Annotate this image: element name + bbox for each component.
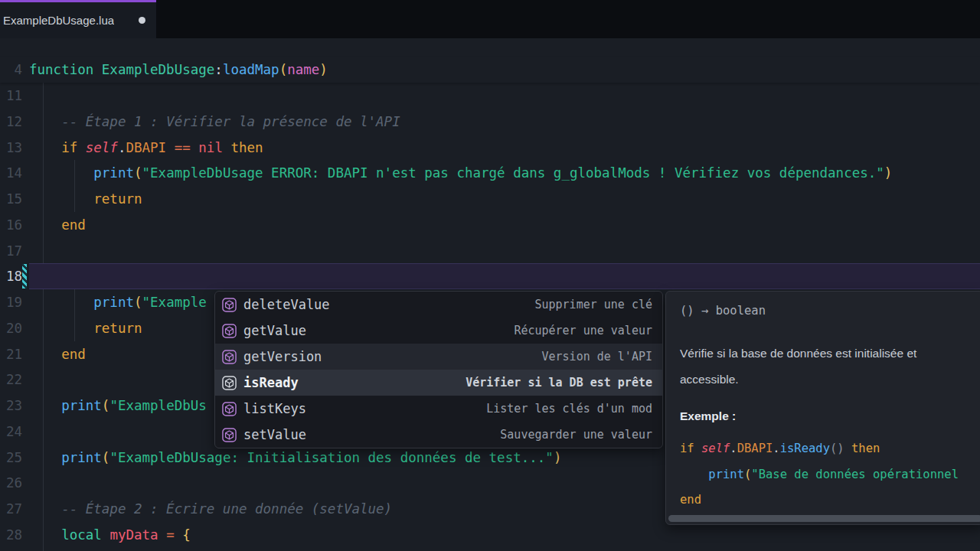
code-text: local myData = { xyxy=(29,522,191,548)
tab-exampledbusage[interactable]: ExampleDbUsage.lua xyxy=(0,0,156,38)
line-number: 19 xyxy=(0,295,29,310)
code-text: if self.DBAPI == nil then xyxy=(29,135,263,161)
suggestion-detail: Récupérer une valeur xyxy=(514,324,652,337)
git-modified-gutter-indicator xyxy=(22,264,27,289)
line-number: 23 xyxy=(0,398,29,413)
suggestion-detail: Lister les clés d'un mod xyxy=(486,402,652,416)
suggestion-item-getValue[interactable]: getValueRécupérer une valeur xyxy=(215,318,662,344)
method-cube-icon xyxy=(222,298,237,312)
suggestion-item-isReady[interactable]: isReadyVérifier si la DB est prête xyxy=(215,370,662,396)
tab-title: ExampleDbUsage.lua xyxy=(3,14,114,27)
line-number: 24 xyxy=(0,424,29,439)
docs-description-line: accessible. xyxy=(680,367,980,393)
line-number: 12 xyxy=(0,114,29,129)
suggestion-label: isReady xyxy=(243,375,299,390)
method-cube-icon xyxy=(222,402,237,416)
code-line-16[interactable]: 16 end xyxy=(0,212,980,238)
line-number: 11 xyxy=(0,88,29,103)
sticky-scroll-line[interactable]: 4 function ExampleDbUsage:loadMap(name) xyxy=(0,57,980,83)
line-number: 22 xyxy=(0,372,29,387)
code-text: return xyxy=(29,186,142,212)
line-number: 20 xyxy=(0,321,29,336)
line-number: 16 xyxy=(0,217,29,233)
code-line-11[interactable]: 11 xyxy=(0,83,980,109)
line-number: 13 xyxy=(0,140,29,155)
line-number: 25 xyxy=(0,450,29,465)
code-text: function ExampleDbUsage:loadMap(name) xyxy=(29,57,328,83)
code-line-15[interactable]: 15 return xyxy=(0,186,980,212)
suggestion-label: deleteValue xyxy=(243,297,330,312)
code-text: end xyxy=(29,212,86,238)
docs-example-label: Exemple : xyxy=(680,407,980,425)
code-text: print("Example xyxy=(29,289,207,315)
docs-example-code: if self.DBAPI.isReady() then print("Base… xyxy=(680,436,980,514)
docs-code-line: print("Base de données opérationnel xyxy=(680,462,980,488)
method-cube-icon xyxy=(222,324,237,338)
suggestion-label: setValue xyxy=(243,427,306,442)
line-number: 27 xyxy=(0,501,29,517)
docs-code-line: if self.DBAPI.isReady() then xyxy=(680,436,980,462)
line-number: 21 xyxy=(0,347,29,362)
code-line-13[interactable]: 13 if self.DBAPI == nil then xyxy=(0,135,980,161)
current-line-highlight xyxy=(29,263,980,289)
method-cube-icon xyxy=(222,350,237,364)
code-text: print("ExampleDbUsage ERROR: DBAPI n'est… xyxy=(29,160,892,186)
code-text: -- Étape 2 : Écrire une donnée (setValue… xyxy=(29,496,392,522)
suggestion-item-deleteValue[interactable]: deleteValueSupprimer une clé xyxy=(215,292,662,318)
modified-dot-icon[interactable] xyxy=(139,17,145,24)
line-number: 28 xyxy=(0,527,29,543)
method-cube-icon xyxy=(222,428,237,442)
line-number: 17 xyxy=(0,243,29,259)
signature-text: () → boolean xyxy=(680,302,980,320)
code-text: -- Étape 1 : Vérifier la présence de l'A… xyxy=(29,109,400,135)
line-number: 15 xyxy=(0,191,29,207)
method-cube-icon xyxy=(222,376,237,390)
code-line-17[interactable]: 17 xyxy=(0,238,980,264)
suggestion-detail: Sauvegarder une valeur xyxy=(500,428,652,442)
suggestion-item-setValue[interactable]: setValueSauvegarder une valeur xyxy=(215,422,662,448)
autocomplete-dropdown: deleteValueSupprimer une clégetValueRécu… xyxy=(214,291,663,448)
tab-bar: ExampleDbUsage.lua xyxy=(0,0,980,38)
code-line-12[interactable]: 12 -- Étape 1 : Vérifier la présence de … xyxy=(0,109,980,135)
code-text: end xyxy=(29,341,86,367)
suggestion-detail: Vérifier si la DB est prête xyxy=(466,376,652,390)
docs-description: Vérifie si la base de données est initia… xyxy=(680,341,980,393)
suggestion-detail: Version de l'API xyxy=(542,350,653,364)
suggestion-label: getVersion xyxy=(243,349,322,364)
code-line-28[interactable]: 28 local myData = { xyxy=(0,522,980,548)
horizontal-scrollbar-thumb[interactable] xyxy=(668,515,980,522)
code-text: return xyxy=(29,315,142,341)
line-number: 26 xyxy=(0,475,29,491)
docs-code-line: end xyxy=(680,487,980,514)
suggestion-item-listKeys[interactable]: listKeysLister les clés d'un mod xyxy=(215,396,662,422)
suggestion-label: listKeys xyxy=(243,401,306,416)
code-text: print("ExampleDbUs xyxy=(29,393,207,419)
suggestion-detail: Supprimer une clé xyxy=(534,298,652,311)
line-number: 14 xyxy=(0,165,29,181)
code-line-18[interactable]: 18 if not self.DBAPI.You, 1 hour ago • U… xyxy=(0,263,980,289)
code-line-14[interactable]: 14 print("ExampleDbUsage ERROR: DBAPI n'… xyxy=(0,160,980,186)
suggestion-label: getValue xyxy=(243,323,306,338)
suggestion-docs-panel: () → boolean Vérifie si la base de donné… xyxy=(665,291,980,525)
suggestion-item-getVersion[interactable]: getVersionVersion de l'API xyxy=(215,344,662,370)
line-number: 4 xyxy=(0,62,29,77)
docs-description-line: Vérifie si la base de données est initia… xyxy=(680,341,980,367)
